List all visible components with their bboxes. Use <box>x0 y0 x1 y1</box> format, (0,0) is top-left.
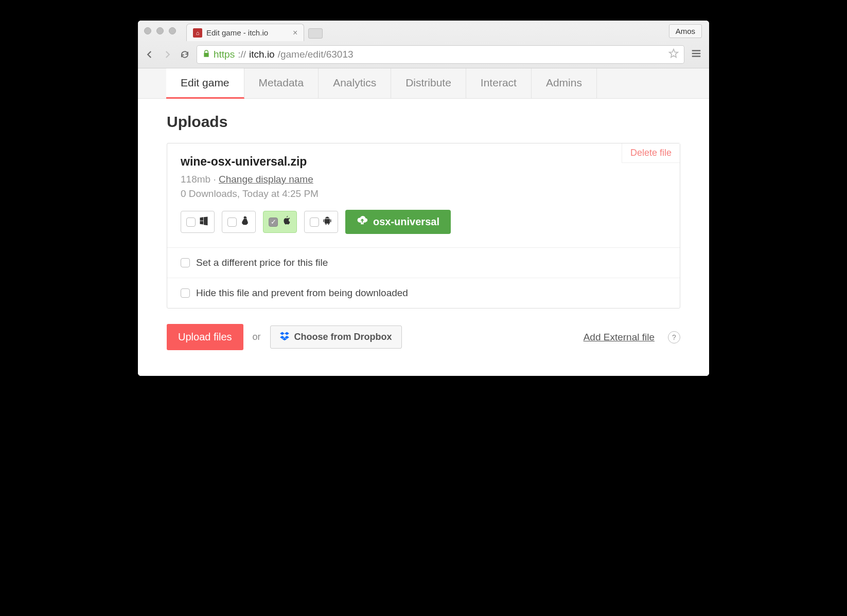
meta-dot: · <box>210 174 219 185</box>
platform-mac[interactable]: ✓ <box>263 211 297 233</box>
profile-chip[interactable]: Amos <box>669 24 702 38</box>
add-external-file-link[interactable]: Add External file <box>584 332 655 343</box>
change-display-name-link[interactable]: Change display name <box>219 174 313 185</box>
delete-file-button[interactable]: Delete file <box>622 143 680 163</box>
url-path: /game/edit/63013 <box>278 49 354 60</box>
close-window-button[interactable] <box>144 27 151 34</box>
browser-toolbar: https://itch.io/game/edit/63013 <box>138 41 709 68</box>
tab-analytics[interactable]: Analytics <box>319 68 391 98</box>
url-host: itch.io <box>249 49 275 60</box>
android-icon <box>322 215 332 228</box>
option-hide-file[interactable]: Hide this file and prevent from being do… <box>167 278 680 308</box>
checkbox-checked-icon: ✓ <box>269 218 278 227</box>
tab-edit-game[interactable]: Edit game <box>166 68 244 99</box>
platform-android[interactable] <box>304 211 338 233</box>
page-body: Uploads Delete file wine-osx-universal.z… <box>138 99 709 376</box>
url-sep: :// <box>238 49 246 60</box>
new-tab-button[interactable] <box>308 28 323 39</box>
page-content: Edit game Metadata Analytics Distribute … <box>138 68 709 376</box>
channel-name: osx-universal <box>373 216 439 228</box>
or-text: or <box>253 332 261 342</box>
actions-row: Upload files or Choose from Dropbox Add … <box>167 324 680 350</box>
maximize-window-button[interactable] <box>169 27 176 34</box>
upload-cloud-icon <box>357 215 368 229</box>
menu-button[interactable] <box>691 48 703 61</box>
section-title: Uploads <box>167 113 680 131</box>
url-protocol: https <box>214 49 235 60</box>
back-button[interactable] <box>144 49 155 60</box>
checkbox-icon <box>181 258 190 267</box>
tab-metadata[interactable]: Metadata <box>244 68 319 98</box>
forward-button[interactable] <box>162 49 173 60</box>
checkbox-icon <box>227 218 237 227</box>
upload-stats: 0 Downloads, Today at 4:25 PM <box>181 188 666 200</box>
browser-chrome: ⌂ Edit game - itch.io × Amos https://itc… <box>138 21 709 68</box>
upload-filename: wine-osx-universal.zip <box>181 155 666 169</box>
reload-button[interactable] <box>179 49 190 60</box>
channel-badge: osx-universal <box>345 210 451 234</box>
windows-icon <box>199 215 209 228</box>
option-different-price[interactable]: Set a different price for this file <box>167 247 680 278</box>
checkbox-icon <box>181 288 190 298</box>
tab-distribute[interactable]: Distribute <box>391 68 466 98</box>
bookmark-star-icon[interactable] <box>668 48 679 61</box>
checkbox-icon <box>310 218 319 227</box>
tab-interact[interactable]: Interact <box>466 68 532 98</box>
browser-window: ⌂ Edit game - itch.io × Amos https://itc… <box>138 21 709 376</box>
linux-icon <box>240 215 250 228</box>
upload-size: 118mb <box>181 174 210 185</box>
page-tabs: Edit game Metadata Analytics Distribute … <box>138 68 709 99</box>
upload-header: wine-osx-universal.zip 118mb · Change di… <box>167 143 680 247</box>
platform-row: ✓ <box>181 210 666 234</box>
dropbox-label: Choose from Dropbox <box>294 332 392 342</box>
address-bar[interactable]: https://itch.io/game/edit/63013 <box>197 45 684 64</box>
upload-meta: 118mb · Change display name <box>181 174 666 185</box>
close-tab-icon[interactable]: × <box>293 28 297 38</box>
upload-files-button[interactable]: Upload files <box>167 324 243 350</box>
window-controls <box>144 27 186 34</box>
dropbox-icon <box>280 331 289 343</box>
help-icon[interactable]: ? <box>668 331 680 343</box>
dropbox-button[interactable]: Choose from Dropbox <box>270 325 402 349</box>
lock-icon <box>202 49 210 60</box>
tab-strip: ⌂ Edit game - itch.io × Amos <box>138 21 709 41</box>
tab-admins[interactable]: Admins <box>532 68 597 98</box>
platform-windows[interactable] <box>181 211 215 233</box>
option-label: Hide this file and prevent from being do… <box>196 287 408 299</box>
option-label: Set a different price for this file <box>196 257 328 268</box>
browser-tab[interactable]: ⌂ Edit game - itch.io × <box>186 24 304 41</box>
apple-icon <box>281 215 291 228</box>
favicon-icon: ⌂ <box>193 28 202 38</box>
platform-linux[interactable] <box>222 211 256 233</box>
upload-card: Delete file wine-osx-universal.zip 118mb… <box>167 143 680 309</box>
tab-title: Edit game - itch.io <box>206 28 268 37</box>
checkbox-icon <box>186 218 196 227</box>
minimize-window-button[interactable] <box>156 27 164 34</box>
